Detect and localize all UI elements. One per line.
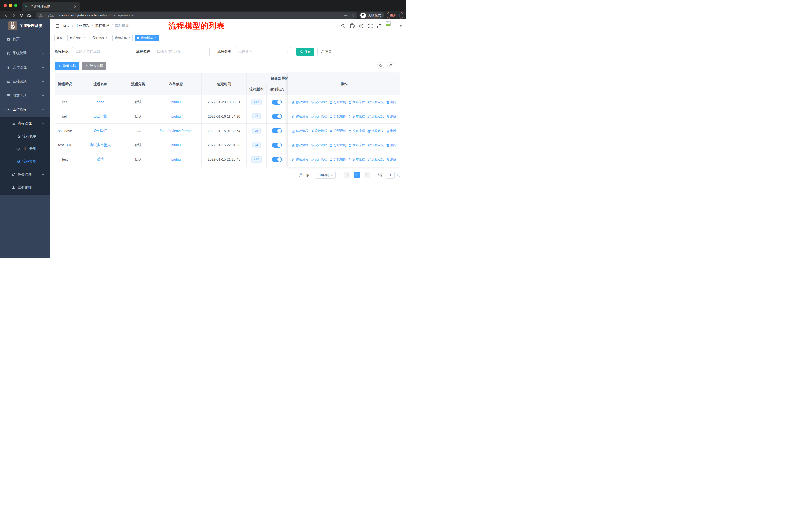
design-action-link[interactable]: 设计流程: [311, 143, 327, 147]
github-icon[interactable]: [349, 23, 355, 29]
publish-action-link[interactable]: 发布流程: [348, 114, 365, 119]
definition-action-link[interactable]: 流程定义: [367, 158, 384, 162]
design-action-link[interactable]: 设计流程: [311, 114, 327, 119]
view-tag[interactable]: 流程模型×: [135, 34, 159, 41]
assign-action-link[interactable]: 分配规则: [329, 158, 346, 162]
form-link[interactable]: biubiu: [171, 143, 181, 147]
import-process-button[interactable]: 导入流程: [82, 62, 106, 70]
design-action-link[interactable]: 设计流程: [311, 129, 327, 133]
sidebar-item-process-manage[interactable]: 流程管理: [0, 117, 50, 130]
process-name-link[interactable]: 自己审批: [93, 114, 108, 118]
filter-category-select[interactable]: 流程分类: [235, 47, 291, 56]
help-icon[interactable]: ?: [358, 23, 364, 29]
delete-action-link[interactable]: 删除: [386, 158, 397, 162]
bookmark-star-icon[interactable]: ☆: [351, 13, 354, 18]
create-process-button[interactable]: ＋ 新建流程: [55, 62, 79, 70]
delete-action-link[interactable]: 删除: [386, 129, 397, 133]
active-toggle[interactable]: [272, 157, 282, 162]
breadcrumb-item[interactable]: 首页: [63, 24, 70, 28]
process-name-link[interactable]: 滔博: [97, 157, 104, 161]
sidebar-item-workflow[interactable]: 工作流程: [0, 103, 50, 117]
process-name-link[interactable]: eeee: [96, 100, 104, 104]
definition-action-link[interactable]: 流程定义: [367, 143, 384, 147]
minimize-window-button[interactable]: [9, 4, 12, 7]
tag-close-icon[interactable]: ×: [106, 36, 108, 39]
sidebar-item-user-group[interactable]: 用户分组: [0, 143, 50, 155]
process-name-link[interactable]: OA 请假: [94, 129, 107, 133]
sidebar-item-devtools[interactable]: 研发工具: [0, 88, 50, 103]
assign-action-link[interactable]: 分配规则: [329, 143, 346, 147]
sidebar-item-process-form[interactable]: 流程表单: [0, 130, 50, 143]
edit-action-link[interactable]: 修改流程: [292, 143, 308, 147]
close-window-button[interactable]: [3, 4, 7, 7]
refresh-table-button[interactable]: [387, 62, 395, 69]
form-link[interactable]: biubiu: [171, 158, 181, 162]
active-toggle[interactable]: [272, 100, 282, 105]
tag-close-icon[interactable]: ×: [128, 36, 130, 39]
font-size-icon[interactable]: TT: [377, 23, 381, 29]
publish-action-link[interactable]: 发布流程: [348, 129, 365, 133]
process-name-link[interactable]: 测试多审批人: [90, 143, 111, 147]
reset-button[interactable]: 重置: [317, 48, 335, 56]
active-toggle[interactable]: [272, 128, 282, 133]
update-browser-button[interactable]: 更新 ⋮: [387, 12, 404, 19]
filter-id-input[interactable]: [72, 47, 128, 56]
search-button[interactable]: 搜索: [296, 48, 314, 56]
next-page-button[interactable]: [364, 172, 370, 179]
view-tag[interactable]: 首页: [54, 34, 65, 41]
design-action-link[interactable]: 设计流程: [311, 158, 327, 162]
view-tag[interactable]: 流程表单×: [112, 34, 133, 41]
form-link[interactable]: biubiu: [171, 100, 181, 104]
page-number-active[interactable]: 1: [354, 172, 360, 179]
form-link[interactable]: /bpm/oa/leave/create: [160, 129, 193, 133]
delete-action-link[interactable]: 删除: [386, 143, 397, 147]
form-link[interactable]: biubiu: [171, 114, 181, 118]
zoom-window-button[interactable]: [14, 4, 18, 7]
search-icon[interactable]: [340, 23, 346, 29]
url-bar[interactable]: 不安全 dashboard.yudao.iocoder.cn/bpm/manag…: [36, 12, 357, 19]
definition-action-link[interactable]: 流程定义: [367, 114, 384, 119]
menu-dots-icon[interactable]: ⋮: [398, 13, 402, 18]
tab-close-icon[interactable]: ✕: [73, 4, 78, 9]
collapse-sidebar-icon[interactable]: [54, 24, 59, 28]
breadcrumb-item[interactable]: 流程管理: [95, 24, 109, 28]
view-tag[interactable]: 我的流程×: [90, 34, 110, 41]
sidebar-item-task-manage[interactable]: 任务管理: [0, 168, 50, 181]
breadcrumb-item[interactable]: 工作流程: [76, 24, 90, 28]
reload-icon[interactable]: [18, 12, 25, 19]
edit-action-link[interactable]: 修改流程: [292, 114, 308, 119]
assign-action-link[interactable]: 分配规则: [329, 100, 346, 104]
publish-action-link[interactable]: 发布流程: [348, 143, 365, 147]
delete-action-link[interactable]: 删除: [386, 114, 397, 119]
avatar[interactable]: [385, 21, 396, 31]
edit-action-link[interactable]: 修改流程: [292, 158, 308, 162]
password-key-icon[interactable]: [344, 13, 348, 18]
toggle-search-button[interactable]: [377, 62, 384, 69]
avatar-caret-icon[interactable]: [400, 25, 402, 27]
new-tab-button[interactable]: +: [84, 4, 86, 9]
forward-icon[interactable]: [10, 12, 17, 19]
definition-action-link[interactable]: 流程定义: [367, 129, 384, 133]
window-controls[interactable]: [3, 4, 18, 7]
sidebar-item-system[interactable]: 系统管理: [0, 46, 50, 60]
edit-action-link[interactable]: 修改流程: [292, 129, 308, 133]
page-size-select[interactable]: 10条/页: [316, 171, 336, 179]
publish-action-link[interactable]: 发布流程: [348, 158, 365, 162]
filter-name-input[interactable]: [153, 47, 210, 56]
edit-action-link[interactable]: 修改流程: [292, 100, 308, 104]
publish-action-link[interactable]: 发布流程: [348, 100, 365, 104]
home-icon[interactable]: [26, 12, 32, 19]
sidebar-item-infra[interactable]: 基础设施: [0, 74, 50, 88]
tag-close-icon[interactable]: ×: [154, 36, 156, 39]
active-toggle[interactable]: [272, 114, 282, 119]
design-action-link[interactable]: 设计流程: [311, 100, 327, 104]
delete-action-link[interactable]: 删除: [386, 100, 397, 104]
back-icon[interactable]: [2, 12, 9, 19]
browser-tab[interactable]: 芋道管理系统 ✕: [22, 2, 80, 11]
tag-close-icon[interactable]: ×: [84, 36, 85, 39]
sidebar-item-process-model[interactable]: 流程模型: [0, 155, 50, 168]
sidebar-item-leave-query[interactable]: 请假查询: [0, 181, 50, 194]
definition-action-link[interactable]: 流程定义: [367, 100, 384, 104]
view-tag[interactable]: 租户管理×: [67, 34, 88, 41]
active-toggle[interactable]: [272, 143, 282, 147]
